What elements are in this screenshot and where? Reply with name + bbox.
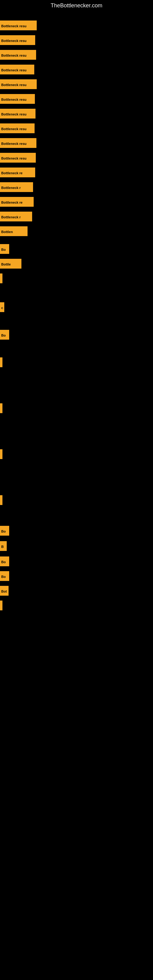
- bar-label-18: [0, 274, 2, 283]
- bottleneck-bar-23: [0, 449, 2, 459]
- bar-label-24: [0, 495, 2, 505]
- bottleneck-bar-9: Bottleneck resu: [0, 138, 37, 148]
- bottleneck-bar-2: Bottleneck resu: [0, 35, 35, 45]
- bottleneck-bar-16: Bo: [0, 244, 9, 254]
- bar-label-26: B: [0, 541, 7, 551]
- bar-label-1: Bottleneck resu: [0, 21, 37, 30]
- bar-label-23: [0, 449, 2, 459]
- bar-label-29: Bot: [0, 586, 9, 596]
- bar-label-4: Bottleneck resu: [0, 65, 34, 75]
- bar-label-27: Bo: [0, 557, 9, 566]
- site-title: TheBottlenecker.com: [0, 0, 153, 11]
- bar-label-9: Bottleneck resu: [0, 138, 37, 148]
- bottleneck-bar-3: Bottleneck resu: [0, 50, 36, 60]
- bottleneck-bar-22: [0, 403, 2, 413]
- bottleneck-bar-15: Bottlen: [0, 226, 27, 236]
- bottleneck-bar-24: [0, 495, 2, 505]
- bottleneck-bar-29: Bot: [0, 586, 9, 596]
- bottleneck-bar-10: Bottleneck resu: [0, 153, 36, 162]
- bar-label-7: Bottleneck resu: [0, 109, 35, 119]
- bottleneck-bar-25: Bo: [0, 526, 9, 536]
- bar-label-11: Bottleneck re: [0, 167, 35, 177]
- bar-label-8: Bottleneck resu: [0, 123, 35, 133]
- bar-label-22: [0, 403, 2, 413]
- bottleneck-bar-27: Bo: [0, 557, 9, 566]
- bottleneck-bar-5: Bottleneck resu: [0, 79, 37, 89]
- bottleneck-bar-1: Bottleneck resu: [0, 21, 37, 30]
- bar-label-13: Bottleneck re: [0, 197, 33, 207]
- bottleneck-bar-4: Bottleneck resu: [0, 65, 34, 75]
- bottleneck-bar-8: Bottleneck resu: [0, 123, 35, 133]
- bottleneck-bar-19: c: [0, 302, 4, 312]
- bottleneck-bar-12: Bottleneck r: [0, 182, 33, 192]
- bar-label-20: Bo: [0, 330, 9, 340]
- bar-label-2: Bottleneck resu: [0, 35, 35, 45]
- bar-label-10: Bottleneck resu: [0, 153, 36, 162]
- bar-label-25: Bo: [0, 526, 9, 536]
- bottleneck-bar-17: Bottle: [0, 259, 21, 269]
- bottleneck-bar-11: Bottleneck re: [0, 167, 35, 177]
- bar-label-16: Bo: [0, 244, 9, 254]
- bottleneck-bar-28: Bo: [0, 571, 9, 581]
- bar-label-6: Bottleneck resu: [0, 94, 35, 104]
- bar-label-17: Bottle: [0, 259, 21, 269]
- bar-label-3: Bottleneck resu: [0, 50, 36, 60]
- bottleneck-bar-6: Bottleneck resu: [0, 94, 35, 104]
- bottleneck-bar-18: [0, 274, 2, 283]
- bar-label-12: Bottleneck r: [0, 182, 33, 192]
- bottleneck-bar-20: Bo: [0, 330, 9, 340]
- bar-label-14: Bottleneck r: [0, 212, 32, 221]
- bar-label-28: Bo: [0, 571, 9, 581]
- bar-label-5: Bottleneck resu: [0, 79, 37, 89]
- bottleneck-bar-13: Bottleneck re: [0, 197, 33, 207]
- bar-label-21: [0, 357, 2, 367]
- bar-label-19: c: [0, 302, 4, 312]
- bottleneck-bar-7: Bottleneck resu: [0, 109, 35, 119]
- bottleneck-bar-14: Bottleneck r: [0, 212, 32, 221]
- bottleneck-bar-30: [0, 601, 2, 610]
- bottleneck-bar-21: [0, 357, 2, 367]
- bar-label-15: Bottlen: [0, 226, 27, 236]
- bar-label-30: [0, 601, 2, 610]
- bottleneck-bar-26: B: [0, 541, 7, 551]
